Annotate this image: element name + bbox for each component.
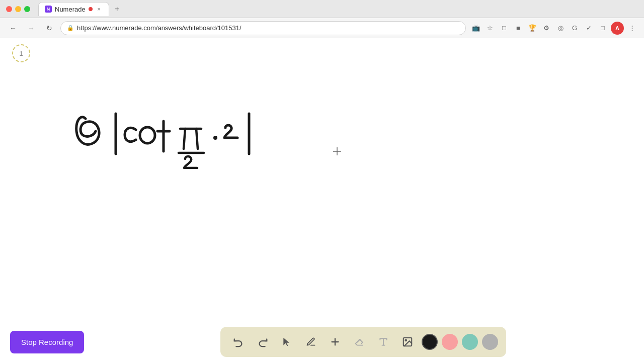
content-area: 1 <box>0 38 644 362</box>
extension-4-icon[interactable]: ⚙ <box>540 22 552 34</box>
select-tool-button[interactable] <box>277 332 297 352</box>
add-button[interactable] <box>325 332 345 352</box>
title-bar: N Numerade × + <box>0 0 644 18</box>
lock-icon: 🔒 <box>67 25 74 31</box>
undo-button[interactable] <box>228 332 249 352</box>
url-text: https://www.numerade.com/answers/whitebo… <box>77 24 242 32</box>
page-number: 1 <box>19 50 23 57</box>
close-button[interactable] <box>6 6 12 12</box>
svg-line-5 <box>184 129 185 149</box>
color-teal-swatch[interactable] <box>462 334 478 350</box>
extension-7-icon[interactable]: ✓ <box>583 22 595 34</box>
bookmark-icon[interactable]: ☆ <box>484 22 496 34</box>
back-button[interactable]: ← <box>6 21 20 35</box>
color-pink-swatch[interactable] <box>442 334 458 350</box>
extension-5-icon[interactable]: ◎ <box>554 22 567 34</box>
cast-icon[interactable]: 📺 <box>470 22 482 34</box>
forward-button[interactable]: → <box>24 21 38 35</box>
extension-1-icon[interactable]: □ <box>498 22 510 34</box>
extension-3-icon[interactable]: 🏆 <box>526 22 538 34</box>
stop-recording-button[interactable]: Stop Recording <box>10 331 84 353</box>
tab-title: Numerade <box>55 6 86 13</box>
new-tab-button[interactable]: + <box>111 3 123 15</box>
svg-line-14 <box>357 339 360 343</box>
refresh-button[interactable]: ↻ <box>42 21 56 35</box>
address-bar[interactable]: 🔒 https://www.numerade.com/answers/white… <box>60 21 466 35</box>
extension-6-icon[interactable]: G <box>569 22 581 34</box>
image-tool-button[interactable] <box>397 332 418 352</box>
maximize-button[interactable] <box>24 6 30 12</box>
tab-favicon: N <box>45 6 52 13</box>
tab-close-button[interactable]: × <box>96 6 103 13</box>
minimize-button[interactable] <box>15 6 21 12</box>
tab-bar: N Numerade × + <box>38 2 123 16</box>
redo-button[interactable] <box>253 332 273 352</box>
menu-button[interactable]: ⋮ <box>626 22 638 34</box>
text-tool-button[interactable] <box>373 332 393 352</box>
traffic-lights <box>6 6 30 12</box>
extension-2-icon[interactable]: ■ <box>512 22 524 34</box>
active-tab[interactable]: N Numerade × <box>38 2 109 16</box>
svg-line-6 <box>196 129 198 149</box>
svg-point-8 <box>213 136 217 140</box>
svg-point-1 <box>140 127 155 143</box>
whiteboard[interactable]: 1 <box>0 38 644 362</box>
tab-recording-dot <box>89 7 93 11</box>
extension-8-icon[interactable]: □ <box>597 22 609 34</box>
bottom-bar: Stop Recording <box>0 322 644 362</box>
nav-actions: 📺 ☆ □ ■ 🏆 ⚙ ◎ G ✓ □ A ⋮ <box>470 22 638 35</box>
browser-window: N Numerade × + ← → ↻ 🔒 https://www.numer… <box>0 0 644 362</box>
profile-button[interactable]: A <box>611 22 624 35</box>
eraser-tool-button[interactable] <box>349 332 369 352</box>
math-svg <box>70 104 347 169</box>
svg-point-18 <box>405 339 407 341</box>
color-gray-swatch[interactable] <box>482 334 498 350</box>
pen-tool-button[interactable] <box>301 332 321 352</box>
math-expression <box>70 104 347 171</box>
toolbar-container <box>220 327 506 357</box>
color-black-swatch[interactable] <box>422 334 438 350</box>
nav-bar: ← → ↻ 🔒 https://www.numerade.com/answers… <box>0 18 644 38</box>
page-indicator: 1 <box>12 44 30 62</box>
